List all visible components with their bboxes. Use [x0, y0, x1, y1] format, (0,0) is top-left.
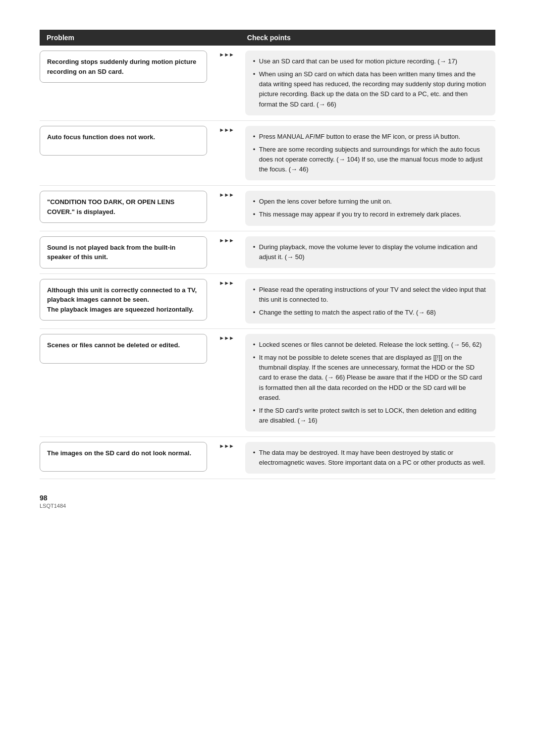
arrow-column-header: [213, 30, 240, 46]
table-row: Sound is not played back from the built-…: [40, 231, 495, 273]
checkpoint-item: Open the lens cover before turning the u…: [253, 197, 487, 207]
checkpoints-box: The data may be destroyed. It may have b…: [245, 442, 495, 474]
checkpoint-item: During playback, move the volume lever t…: [253, 242, 487, 262]
problem-column-header: Problem: [40, 30, 213, 46]
checkpoint-item: When using an SD card on which data has …: [253, 69, 487, 109]
page-number: 98: [40, 494, 495, 502]
arrow-icon: ►►►: [219, 192, 234, 198]
checkpoint-item: The data may be destroyed. It may have b…: [253, 448, 487, 468]
checkpoint-item: Use an SD card that can be used for moti…: [253, 56, 487, 66]
checkpoints-box: Use an SD card that can be used for moti…: [245, 51, 495, 115]
table-row: "CONDITION TOO DARK, OR OPEN LENS COVER.…: [40, 186, 495, 231]
arrow-icon: ►►►: [219, 127, 234, 133]
checkpoint-item: Change the setting to match the aspect r…: [253, 308, 487, 318]
table-row: Although this unit is correctly connecte…: [40, 273, 495, 328]
checkpoint-item: It may not be possible to delete scenes …: [253, 353, 487, 403]
arrow-icon: ►►►: [219, 237, 234, 243]
problem-text: Scenes or files cannot be deleted or edi…: [40, 334, 207, 364]
checkpoint-item: This message may appear if you try to re…: [253, 210, 487, 219]
checkpoint-item: There are some recording subjects and su…: [253, 145, 487, 174]
checkpoint-item: If the SD card's write protect switch is…: [253, 406, 487, 426]
arrow-icon: ►►►: [219, 52, 234, 57]
problem-text: The images on the SD card do not look no…: [40, 442, 207, 472]
problem-text: Auto focus function does not work.: [40, 126, 207, 156]
arrow-icon: ►►►: [219, 443, 234, 449]
arrow-icon: ►►►: [219, 335, 234, 341]
checkpoints-box: Press MANUAL AF/MF button to erase the M…: [245, 126, 495, 181]
checkpoints-box: During playback, move the volume lever t…: [245, 236, 495, 268]
problem-text: Sound is not played back from the built-…: [40, 236, 207, 269]
table-row: Scenes or files cannot be deleted or edi…: [40, 328, 495, 436]
checkpoints-box: Please read the operating instructions o…: [245, 279, 495, 324]
doc-code: LSQT1484: [40, 503, 495, 509]
checkpoints-box: Locked scenes or files cannot be deleted…: [245, 334, 495, 432]
checkpoints-box: Open the lens cover before turning the u…: [245, 191, 495, 225]
problem-text: Recording stops suddenly during motion p…: [40, 51, 207, 83]
checkpoints-column-header: Check points: [240, 30, 495, 46]
checkpoint-item: Press MANUAL AF/MF button to erase the M…: [253, 132, 487, 142]
table-row: The images on the SD card do not look no…: [40, 437, 495, 479]
table-row: Recording stops suddenly during motion p…: [40, 46, 495, 120]
problem-text: "CONDITION TOO DARK, OR OPEN LENS COVER.…: [40, 191, 207, 223]
table-row: Auto focus function does not work.►►►Pre…: [40, 120, 495, 186]
checkpoint-item: Please read the operating instructions o…: [253, 285, 487, 305]
checkpoint-item: Locked scenes or files cannot be deleted…: [253, 340, 487, 350]
problem-text: Although this unit is correctly connecte…: [40, 279, 207, 321]
arrow-icon: ►►►: [219, 280, 234, 286]
